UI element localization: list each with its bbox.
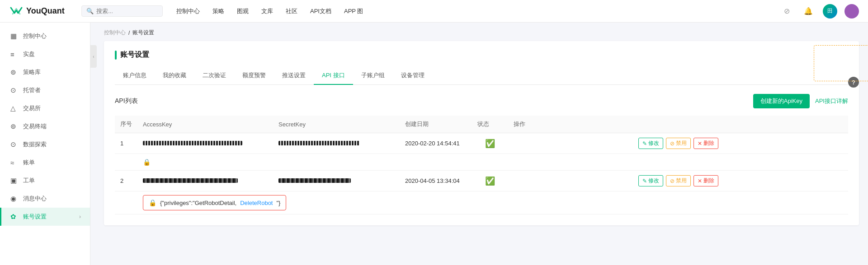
secret-key-masked-2	[278, 178, 351, 183]
search-icon: 🔍	[86, 8, 94, 14]
row2-actions: ✎ 修改 ⊘ 禁用 ✕ 删除	[508, 171, 848, 191]
nav-links: 控制中心 策略 图观 文库 社区 API文档 APP 图	[176, 7, 766, 15]
sidebar-item-bill[interactable]: ≈ 账单	[0, 153, 90, 172]
nav-strategy[interactable]: 策略	[212, 7, 224, 15]
edit-btn-row2[interactable]: ✎ 修改	[638, 175, 663, 186]
main-layout: ▦ 控制中心 ≡ 实盘 ⊚ 策略库 ⊙ 托管者 △ 交易所 ⊚ 交易终端 ⊙ 数…	[0, 23, 868, 265]
sidebar-label-control-center: 控制中心	[23, 32, 47, 40]
row1-actions: ✎ 修改 ⊘ 禁用 ✕ 删除	[508, 133, 848, 154]
user-avatar[interactable]: 田	[823, 4, 837, 19]
sidebar-item-control-center[interactable]: ▦ 控制中心	[0, 27, 90, 45]
row1-no: 1	[115, 133, 137, 154]
table-body: 1 2020-02-20 14:54:41 ✅	[115, 133, 848, 214]
nav-app[interactable]: APP 图	[344, 7, 363, 15]
sidebar-item-trustee[interactable]: ⊙ 托管者	[0, 81, 90, 99]
disable-label: 禁用	[676, 139, 687, 147]
tabs-bar: 账户信息 我的收藏 二次验证 额度预警 推送设置 API 接口 子账户组 设备管…	[115, 67, 848, 85]
work-order-icon: ▣	[10, 177, 19, 185]
delete-btn-row1[interactable]: ✕ 删除	[693, 138, 718, 149]
app-name: YouQuant	[26, 6, 65, 16]
th-secret-key: SecretKey	[273, 116, 400, 133]
edit-icon-2: ✎	[642, 178, 647, 184]
tab-push-settings[interactable]: 推送设置	[274, 67, 314, 85]
sidebar-item-message[interactable]: ◉ 消息中心	[0, 190, 90, 208]
action-buttons-row1: ✎ 修改 ⊘ 禁用 ✕ 删除	[514, 138, 843, 149]
api-detail-link[interactable]: API接口详解	[815, 97, 848, 105]
sidebar-item-work-order[interactable]: ▣ 工单	[0, 172, 90, 190]
row1-created-date: 2020-02-20 14:54:41	[400, 133, 472, 154]
row2-created-date: 2020-04-05 13:34:04	[400, 171, 472, 191]
edit-label-2: 修改	[648, 177, 659, 185]
sidebar-label-bill: 账单	[23, 158, 35, 167]
row1-status: ✅	[472, 133, 508, 154]
sidebar-item-trading-terminal[interactable]: ⊚ 交易终端	[0, 117, 90, 135]
sidebar-label-trading-terminal: 交易终端	[23, 122, 47, 130]
sidebar-label-trustee: 托管者	[23, 86, 41, 94]
th-created-date: 创建日期	[400, 116, 472, 133]
nav-community[interactable]: 社区	[286, 7, 297, 15]
tab-api-interface[interactable]: API 接口	[314, 67, 353, 85]
help-button[interactable]: ?	[848, 77, 859, 88]
sidebar-item-account-settings[interactable]: ✿ 账号设置 ›	[0, 208, 90, 226]
sidebar-item-real-trading[interactable]: ≡ 实盘	[0, 45, 90, 63]
table-row-lock: 🔒	[115, 154, 848, 171]
row2-no: 2	[115, 171, 137, 191]
disable-label-2: 禁用	[676, 177, 687, 185]
sidebar-label-message: 消息中心	[23, 195, 47, 203]
breadcrumb: 控制中心 / 账号设置	[90, 23, 868, 41]
row1-lock-spacer	[273, 154, 848, 171]
edit-icon: ✎	[642, 140, 647, 147]
disable-btn-row1[interactable]: ⊘ 禁用	[666, 138, 691, 149]
row2-status: ✅	[472, 171, 508, 191]
tab-my-favorites[interactable]: 我的收藏	[155, 67, 194, 85]
nav-api-docs[interactable]: API文档	[310, 7, 331, 15]
top-nav: YouQuant 🔍 控制中心 策略 图观 文库 社区 API文档 APP 图 …	[0, 0, 868, 23]
sidebar-item-exchange[interactable]: △ 交易所	[0, 99, 90, 117]
notification-icon[interactable]: 🔔	[801, 4, 816, 19]
tab-device-mgmt[interactable]: 设备管理	[393, 67, 433, 85]
nav-graph[interactable]: 图观	[237, 7, 249, 15]
th-access-key: AccessKey	[137, 116, 273, 133]
th-status: 状态	[472, 116, 508, 133]
api-header: API列表 创建新的ApiKey API接口详解	[115, 94, 848, 108]
row1-lock-cell	[115, 154, 137, 171]
privileges-prefix: {"privileges":"GetRobotDetail,	[160, 200, 236, 206]
title-accent-line	[115, 51, 117, 60]
tab-account-info[interactable]: 账户信息	[115, 67, 155, 85]
nav-control-center[interactable]: 控制中心	[176, 7, 200, 15]
sidebar-label-exchange: 交易所	[23, 104, 41, 112]
disable-btn-row2[interactable]: ⊘ 禁用	[666, 175, 691, 186]
expanded-no-cell	[115, 191, 137, 214]
page-title-bar: 账号设置	[115, 50, 848, 60]
status-active-icon-2: ✅	[485, 177, 495, 186]
api-table: 序号 AccessKey SecretKey 创建日期 状态 操作 1	[115, 116, 848, 214]
toolbar-icon[interactable]: ⊘	[779, 4, 794, 19]
sidebar-item-data-explore[interactable]: ⊙ 数据探索	[0, 135, 90, 153]
sidebar-collapse-btn[interactable]: ‹	[90, 45, 97, 68]
tab-two-factor[interactable]: 二次验证	[194, 67, 234, 85]
logo-icon	[9, 4, 24, 19]
breadcrumb-current: 账号设置	[132, 29, 154, 37]
trading-terminal-icon: ⊚	[10, 122, 19, 130]
breadcrumb-parent[interactable]: 控制中心	[104, 29, 126, 37]
nav-library[interactable]: 文库	[261, 7, 273, 15]
search-bar[interactable]: 🔍	[81, 5, 163, 17]
sidebar: ▦ 控制中心 ≡ 实盘 ⊚ 策略库 ⊙ 托管者 △ 交易所 ⊚ 交易终端 ⊙ 数…	[0, 23, 90, 265]
delete-btn-row2[interactable]: ✕ 删除	[693, 175, 718, 186]
row1-secret-key	[273, 133, 400, 154]
create-apikey-button[interactable]: 创建新的ApiKey	[753, 94, 810, 108]
tab-quota-alert[interactable]: 额度预警	[234, 67, 274, 85]
chevron-right-icon: ›	[79, 214, 81, 220]
breadcrumb-separator: /	[128, 30, 130, 36]
api-list-title: API列表	[115, 97, 138, 105]
api-header-actions: 创建新的ApiKey API接口详解	[753, 94, 848, 108]
nav-right: ⊘ 🔔 田	[779, 4, 859, 19]
logo[interactable]: YouQuant	[9, 4, 68, 19]
user-avatar-secondary[interactable]	[844, 4, 859, 19]
sidebar-item-strategy-lib[interactable]: ⊚ 策略库	[0, 63, 90, 81]
tab-sub-account[interactable]: 子账户组	[353, 67, 393, 85]
edit-btn-row1[interactable]: ✎ 修改	[638, 138, 663, 149]
expanded-privileges-row: 🔒 {"privileges":"GetRobotDetail,DeleteRo…	[115, 191, 848, 214]
account-settings-icon: ✿	[10, 213, 19, 221]
search-input[interactable]	[96, 8, 160, 14]
